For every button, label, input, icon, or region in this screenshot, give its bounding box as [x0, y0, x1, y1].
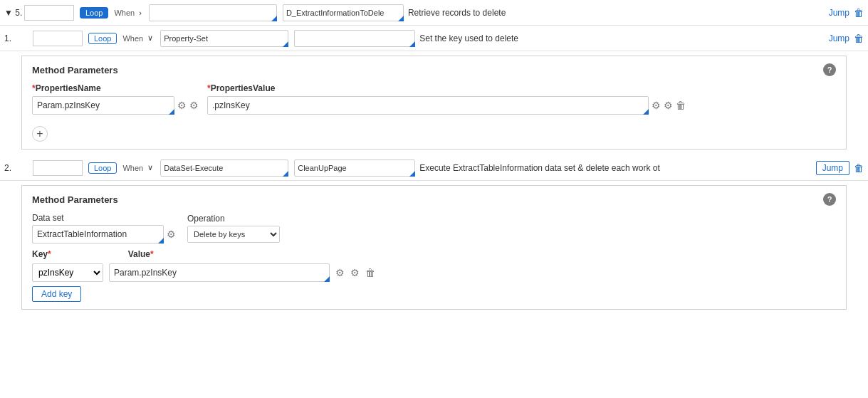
method-params-2-title: Method Parameters [32, 194, 118, 205]
step-5-input[interactable] [25, 6, 73, 20]
step-5-box[interactable] [24, 5, 74, 21]
operation-select[interactable]: Delete by keys Insert Update Delete [187, 226, 280, 243]
step-2-delete-icon[interactable]: 🗑 [854, 162, 864, 174]
dataset-label: Data set [32, 213, 176, 223]
step-5-method-field [149, 4, 277, 21]
dataset-gear-icon[interactable]: ⚙ [167, 229, 176, 240]
add-key-btn[interactable]: Add key [32, 286, 81, 302]
step-2-chevron-icon[interactable]: ∨ [147, 163, 153, 172]
properties-value-group: *PropertiesValue ⚙ ⚙ 🗑 [207, 83, 686, 115]
add-key-row: Add key [32, 286, 836, 302]
step-5-when-label: When [114, 9, 135, 17]
step-1-when-label: When [122, 34, 143, 43]
kv-input-row: pzInsKey ⚙ ⚙ 🗑 [32, 263, 836, 282]
step-5-num: ▼ 5. [4, 8, 24, 18]
method-params-2-help-icon[interactable]: ? [823, 193, 836, 206]
step-2-desc: Execute ExtractTableInformation data set… [415, 163, 815, 173]
step-1-row: 1. Loop When ∨ Set the key used to delet… [0, 26, 868, 51]
step-1-desc: Set the key used to delete [415, 33, 828, 43]
step-2-row: 2. Loop When ∨ Execute ExtractTableInfor… [0, 155, 868, 181]
value-input-wrap [109, 263, 330, 282]
step-1-method-input[interactable] [160, 30, 288, 47]
step-2-when-label: When [122, 164, 143, 172]
properties-value-input-wrap [207, 96, 649, 115]
step-1-loop-badge[interactable]: Loop [88, 33, 117, 44]
step-5-extract-input[interactable] [283, 4, 404, 21]
method-params-1-params-row: *PropertiesName ⚙ ⚙ *PropertiesValue [32, 83, 836, 115]
properties-name-gear2-icon[interactable]: ⚙ [189, 100, 199, 111]
key-select[interactable]: pzInsKey [32, 263, 103, 282]
step-2-extract-field [294, 159, 415, 177]
step-5-loop-badge[interactable]: Loop [80, 7, 108, 19]
step-1-extract-field [294, 30, 415, 47]
dataset-group: Data set ⚙ [32, 213, 176, 243]
step-1-chevron-icon[interactable]: ∨ [147, 33, 153, 43]
properties-value-field-row: ⚙ ⚙ 🗑 [207, 96, 686, 115]
properties-value-gear2-icon[interactable]: ⚙ [664, 100, 673, 111]
kv-gear1-icon[interactable]: ⚙ [335, 267, 345, 278]
properties-name-field-row: ⚙ ⚙ [32, 96, 199, 115]
dataset-op-row: Data set ⚙ Operation Delete by keys Inse… [32, 213, 836, 243]
step-1-num: 1. [4, 33, 33, 43]
properties-value-gear1-icon[interactable]: ⚙ [652, 100, 661, 111]
step-5-chevron-icon[interactable]: › [139, 9, 142, 17]
step-2-box[interactable] [33, 160, 83, 176]
properties-value-label: *PropertiesValue [207, 83, 686, 93]
value-input[interactable] [109, 263, 330, 282]
step-5-method-input[interactable] [149, 4, 277, 21]
key-header-label: Key* [32, 249, 51, 259]
properties-value-trash-icon[interactable]: 🗑 [676, 100, 686, 111]
step-5-extract-field [283, 4, 404, 21]
dataset-input[interactable] [32, 225, 164, 243]
step-5-jump-btn[interactable]: Jump [829, 8, 849, 18]
operation-field-row: Delete by keys Insert Update Delete [187, 226, 280, 243]
value-header-label: Value* [128, 249, 154, 259]
method-params-1-title: Method Parameters [32, 65, 118, 75]
step-2-loop-badge[interactable]: Loop [88, 162, 117, 174]
step-2-num: 2. [4, 163, 33, 173]
properties-name-input-wrap [32, 96, 174, 115]
step-5-row: ▼ 5. Loop When › Retrieve records to del… [0, 0, 868, 26]
add-param-btn[interactable]: + [32, 126, 48, 142]
step-1-input[interactable] [33, 31, 82, 46]
step-5-delete-icon[interactable]: 🗑 [854, 7, 864, 19]
method-params-1-header: Method Parameters ? [32, 63, 836, 76]
method-params-1-help-icon[interactable]: ? [823, 63, 836, 76]
step-2-input[interactable] [33, 161, 82, 175]
operation-group: Operation Delete by keys Insert Update D… [187, 214, 280, 243]
properties-name-group: *PropertiesName ⚙ ⚙ [32, 83, 199, 115]
operation-label: Operation [187, 214, 280, 224]
step-2-method-field [160, 159, 288, 177]
kv-trash-icon[interactable]: 🗑 [365, 267, 375, 278]
method-params-2-section: Method Parameters ? Data set ⚙ Operation… [21, 185, 847, 310]
step-1-jump-btn[interactable]: Jump [829, 33, 849, 43]
step-1-extract-input[interactable] [294, 30, 415, 47]
step-5-desc: Retrieve records to delete [404, 8, 829, 18]
step-1-method-field [160, 30, 288, 47]
step-2-jump-btn[interactable]: Jump [816, 161, 849, 175]
properties-name-input[interactable] [32, 96, 174, 115]
properties-value-input[interactable] [207, 96, 649, 115]
step-2-extract-input[interactable] [294, 159, 415, 177]
dataset-input-wrap [32, 225, 164, 243]
dataset-field-row: ⚙ [32, 225, 176, 243]
properties-name-label: *PropertiesName [32, 83, 199, 93]
step-2-method-input[interactable] [160, 159, 288, 177]
method-params-2-header: Method Parameters ? [32, 193, 836, 206]
kv-gear2-icon[interactable]: ⚙ [350, 267, 360, 278]
properties-name-gear1-icon[interactable]: ⚙ [177, 100, 187, 111]
kv-header-row: Key* Value* [32, 249, 836, 259]
add-param-row: + [32, 120, 836, 142]
step-1-box[interactable] [33, 31, 83, 46]
method-params-1-section: Method Parameters ? *PropertiesName ⚙ ⚙ … [21, 56, 847, 150]
step-1-delete-icon[interactable]: 🗑 [854, 33, 864, 44]
